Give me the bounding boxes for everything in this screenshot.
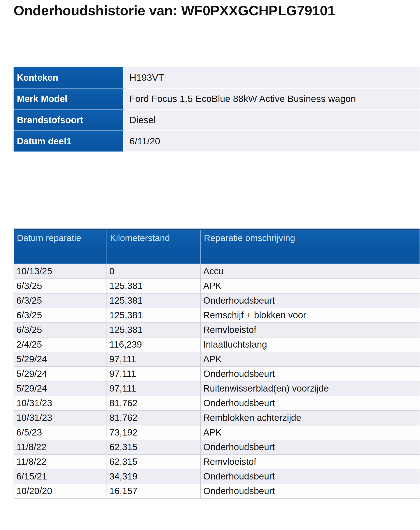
repair-description-cell: Remvloeistof — [201, 323, 420, 337]
repair-description-cell: Onderhoudsbeurt — [201, 469, 420, 484]
repair-odometer-cell: 62,315 — [107, 440, 201, 455]
repair-odometer-cell: 97,111 — [107, 352, 201, 367]
repair-row: 6/5/23 73,192 APK — [14, 425, 420, 440]
page-title: Onderhoudshistorie van: WF0PXXGCHPLG7910… — [14, 3, 335, 18]
repair-odometer-cell: 16,157 — [107, 484, 201, 499]
info-label-cell: Brandstofsoort — [14, 110, 124, 131]
repair-odometer-cell: 62,315 — [107, 455, 201, 469]
repair-row: 11/8/22 62,315 Onderhoudsbeurt — [14, 440, 420, 455]
info-value-cell: 6/11/20 — [124, 131, 420, 152]
repair-row: 6/15/21 34,319 Onderhoudsbeurt — [14, 469, 420, 484]
repair-description-cell: APK — [201, 425, 420, 440]
repair-row: 10/31/23 81,762 Onderhoudsbeurt — [14, 396, 420, 411]
repair-date-cell: 10/13/25 — [14, 264, 107, 279]
repair-row: 6/3/25 125,381 APK — [14, 279, 420, 293]
repair-odometer-cell: 81,762 — [107, 411, 201, 425]
column-header-reparatie-omschrijving: Reparatie omschrijving — [201, 229, 420, 264]
repair-row: 6/3/25 125,381 Remschijf + blokken voor — [14, 308, 420, 323]
repair-description-cell: Onderhoudsbeurt — [201, 293, 420, 308]
repair-row: 10/13/25 0 Accu — [14, 264, 420, 279]
vehicle-info-row: Kenteken H193VT — [14, 67, 420, 88]
repair-description-cell: Remvloeistof — [201, 455, 420, 469]
repair-description-cell: Remblokken achterzijde — [201, 411, 420, 425]
repair-description-cell: Inlaatluchtslang — [201, 337, 420, 352]
vehicle-info-row: Merk Model Ford Focus 1.5 EcoBlue 88kW A… — [14, 88, 420, 110]
repair-odometer-cell: 81,762 — [107, 396, 201, 411]
repair-description-cell: Remschijf + blokken voor — [201, 308, 420, 323]
repair-history-table: Datum reparatie Kilometerstand Reparatie… — [14, 228, 420, 499]
repair-odometer-cell: 125,381 — [107, 279, 201, 293]
repair-row: 6/3/25 125,381 Onderhoudsbeurt — [14, 293, 420, 308]
repair-description-cell: Onderhoudsbeurt — [201, 440, 420, 455]
repair-odometer-cell: 73,192 — [107, 425, 201, 440]
repair-date-cell: 2/4/25 — [14, 337, 107, 352]
repair-date-cell: 10/31/23 — [14, 396, 107, 411]
repair-row: 10/31/23 81,762 Remblokken achterzijde — [14, 411, 420, 425]
repair-row: 5/29/24 97,111 APK — [14, 352, 420, 367]
repair-description-cell: APK — [201, 352, 420, 367]
repair-row: 10/20/20 16,157 Onderhoudsbeurt — [14, 484, 420, 499]
repair-date-cell: 5/29/24 — [14, 352, 107, 367]
info-label-cell: Datum deel1 — [14, 131, 124, 152]
info-value-cell: Ford Focus 1.5 EcoBlue 88kW Active Busin… — [124, 88, 420, 110]
repair-odometer-cell: 97,111 — [107, 381, 201, 396]
repair-odometer-cell: 34,319 — [107, 469, 201, 484]
vehicle-info-row: Brandstofsoort Diesel — [14, 110, 420, 131]
repair-date-cell: 10/20/20 — [14, 484, 107, 499]
repair-row: 6/3/25 125,381 Remvloeistof — [14, 323, 420, 337]
repair-date-cell: 6/5/23 — [14, 425, 107, 440]
repair-header-row: Datum reparatie Kilometerstand Reparatie… — [14, 229, 420, 264]
repair-odometer-cell: 116,239 — [107, 337, 201, 352]
repair-date-cell: 11/8/22 — [14, 455, 107, 469]
repair-date-cell: 6/3/25 — [14, 279, 107, 293]
repair-odometer-cell: 125,381 — [107, 308, 201, 323]
column-header-kilometerstand: Kilometerstand — [107, 229, 201, 264]
repair-date-cell: 5/29/24 — [14, 367, 107, 381]
repair-row: 5/29/24 97,111 Onderhoudsbeurt — [14, 367, 420, 381]
repair-date-cell: 6/3/25 — [14, 308, 107, 323]
vehicle-info-table: Kenteken H193VT Merk Model Ford Focus 1.… — [14, 67, 420, 152]
repair-date-cell: 10/31/23 — [14, 411, 107, 425]
repair-description-cell: Onderhoudsbeurt — [201, 396, 420, 411]
info-value-cell: Diesel — [124, 110, 420, 131]
info-label-cell: Merk Model — [14, 88, 124, 110]
repair-date-cell: 6/3/25 — [14, 293, 107, 308]
repair-description-cell: Ruitenwisserblad(en) voorzijde — [201, 381, 420, 396]
repair-description-cell: APK — [201, 279, 420, 293]
repair-odometer-cell: 97,111 — [107, 367, 201, 381]
repair-odometer-cell: 125,381 — [107, 323, 201, 337]
repair-date-cell: 11/8/22 — [14, 440, 107, 455]
info-value-cell: H193VT — [124, 67, 420, 88]
repair-description-cell: Accu — [201, 264, 420, 279]
repair-date-cell: 6/15/21 — [14, 469, 107, 484]
repair-description-cell: Onderhoudsbeurt — [201, 367, 420, 381]
vehicle-info-row: Datum deel1 6/11/20 — [14, 131, 420, 152]
column-header-datum-reparatie: Datum reparatie — [14, 229, 107, 264]
repair-row: 11/8/22 62,315 Remvloeistof — [14, 455, 420, 469]
repair-row: 2/4/25 116,239 Inlaatluchtslang — [14, 337, 420, 352]
repair-odometer-cell: 125,381 — [107, 293, 201, 308]
repair-odometer-cell: 0 — [107, 264, 201, 279]
repair-date-cell: 6/3/25 — [14, 323, 107, 337]
repair-date-cell: 5/29/24 — [14, 381, 107, 396]
info-label-cell: Kenteken — [14, 67, 124, 88]
repair-row: 5/29/24 97,111 Ruitenwisserblad(en) voor… — [14, 381, 420, 396]
repair-description-cell: Onderhoudsbeurt — [201, 484, 420, 499]
